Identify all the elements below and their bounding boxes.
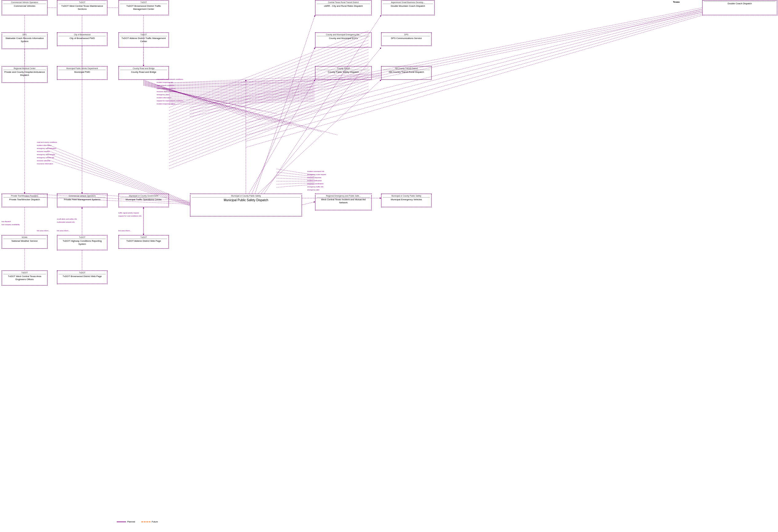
label-emergency-vehicle: emergency vehicle info: [37, 157, 54, 159]
node-txdot-west-central: TxDOT TxDOT West Central Texas Maintenan…: [57, 0, 107, 15]
node-commercial-vehicle-mid: Commercial Vehicle Operators Private Fle…: [57, 193, 107, 207]
label-incident-command: incident command info: [307, 170, 324, 172]
node-municipal-pwd: Municipal Public Works Department Munici…: [57, 66, 107, 80]
label-traffic-signal: traffic signal priority request: [118, 212, 139, 214]
label-emergency-data: emergency data transfer: [37, 154, 55, 156]
legend: Planned Future: [117, 521, 158, 523]
svg-line-8: [144, 80, 246, 117]
label-recall-alerts: recall alerts and safety info: [57, 218, 77, 220]
label-link-tow: link area inform...: [37, 230, 50, 232]
node-txdot-highway-conditions: TxDOT TxDOT Highway Conditions Reporting…: [57, 235, 107, 250]
label-incident-notification: incident notification: [307, 180, 322, 182]
svg-line-17: [144, 85, 277, 114]
legend-future: Future: [141, 521, 158, 523]
node-municipal-county-gov: Municipal or County Government Municipal…: [118, 193, 169, 207]
label-resource-req: resource request: [37, 151, 50, 152]
node-txdot-brownwood-traffic: TxDOT TxDOT Brownwood District Traffic M…: [118, 0, 169, 15]
svg-line-73: [302, 202, 315, 205]
svg-line-11: [144, 82, 292, 126]
node-dps-communications: DPS DPS Communications Service: [381, 32, 432, 46]
svg-line-50: [169, 74, 369, 151]
label-incident-info-left: incident information: [37, 144, 52, 146]
node-private-tow: Private Tow/Wrecker Providers Private To…: [2, 193, 48, 207]
svg-line-76: [249, 80, 315, 193]
svg-line-42: [169, 49, 369, 126]
label-road-conditions-left: road and county conditions: [37, 141, 57, 143]
label-incident-response-status: incident response status: [157, 103, 175, 105]
svg-line-58: [190, 9, 702, 110]
node-aspenmont: Aspenmont Small Business Develop... Doub…: [381, 0, 435, 15]
label-traffic-network: traffic network conditions: [157, 88, 175, 89]
svg-line-27: [169, 94, 315, 97]
label-multimodal: multimodal network info: [57, 221, 75, 223]
node-txdot-abilene-traffic: TxDOT TxDOT Abilene District Traffic Man…: [118, 32, 169, 48]
svg-line-13: [144, 83, 323, 132]
svg-line-55: [169, 89, 369, 166]
svg-line-57: [190, 8, 702, 107]
svg-line-49: [169, 71, 369, 148]
node-txdot-west-central-area: TxDOT TxDOT West Central Texas Area Engi…: [2, 270, 48, 286]
legend-future-line: [141, 522, 151, 522]
svg-line-83: [246, 11, 702, 129]
label-incident-response: incident response info: [157, 81, 173, 83]
svg-line-90: [277, 178, 315, 180]
node-regional-emergency: Regional Emergency and Public Safe... We…: [315, 193, 372, 210]
label-resource-advisory: resource advisory: [37, 160, 50, 162]
node-county-sheriff: County Sheriff County Public Safety Disp…: [315, 66, 372, 80]
label-insurance-info: insurance information: [37, 163, 53, 165]
node-noaa: NOAA National Weather Service: [2, 235, 48, 249]
svg-line-60: [190, 12, 702, 117]
node-city-brownwood-pwd: City of Brownwood City of Brownwood PWD: [57, 32, 107, 46]
svg-line-82: [246, 9, 702, 123]
label-resource-response: resource response: [307, 177, 321, 178]
svg-line-56: [169, 92, 369, 169]
node-ctrr: Central Texas Rural Transit District cAR…: [315, 0, 372, 15]
svg-line-15: [144, 84, 246, 107]
svg-line-43: [169, 52, 369, 129]
svg-line-86: [246, 15, 702, 148]
label-tow-dispatch: tow dispatch: [2, 220, 11, 223]
svg-line-77: [252, 48, 315, 193]
node-county-municipal-eoc: County and Municipal Emergency Ma... Cou…: [315, 32, 372, 48]
svg-line-59: [190, 11, 702, 114]
legend-planned: Planned: [117, 521, 135, 523]
node-commercial-vehicles: Commercial Vehicle Operators Commercial …: [2, 0, 48, 15]
svg-line-51: [169, 77, 369, 154]
label-resource-deployment: resource deployment status: [157, 91, 178, 92]
legend-planned-line: [117, 522, 126, 522]
svg-line-40: [169, 43, 369, 120]
node-county-road-bridge: County Road and Bridge County Road and B…: [118, 66, 169, 80]
label-link-hw: link area inform...: [57, 230, 70, 232]
node-hill-country-transit: Hill County Transit District Hill Countr…: [381, 66, 432, 80]
label-request-rural: request for rural conditions info: [118, 215, 142, 217]
svg-line-93: [277, 184, 315, 187]
label-request-road2: request for road network conditions: [157, 100, 183, 102]
svg-line-52: [169, 80, 369, 157]
svg-line-26: [169, 92, 315, 95]
node-txdot-abilene-web: TxDOT TxDOT Abilene District Web Page: [118, 235, 169, 249]
svg-line-85: [246, 14, 702, 141]
svg-line-41: [169, 46, 369, 123]
svg-line-16: [144, 85, 261, 110]
svg-line-53: [169, 83, 369, 160]
svg-line-29: [169, 97, 315, 100]
svg-line-84: [246, 12, 702, 135]
svg-line-28: [169, 95, 315, 98]
legend-future-label: Future: [152, 521, 158, 523]
svg-line-14: [144, 84, 338, 135]
label-emergency-alert: emergency alert: [307, 189, 319, 191]
node-txdot-brownwood-web: TxDOT TxDOT Brownwood District Web Page: [57, 270, 107, 284]
label-emergency-plans: emergency plans: [157, 94, 170, 96]
node-dps-crash: DPS Statewide Crash Records Information …: [2, 32, 48, 49]
node-double-coach: Double Coach Dispatch: [702, 0, 777, 15]
label-road-network: road network conditions: [157, 84, 174, 86]
svg-line-9: [144, 81, 261, 120]
page-title: Texas: [673, 1, 680, 3]
svg-line-88: [277, 172, 315, 177]
label-tow-company: tow company availability: [2, 224, 20, 226]
svg-line-32: [169, 101, 315, 104]
svg-line-78: [255, 15, 315, 193]
label-link-abilene: link area inform...: [118, 230, 131, 232]
node-regional-medical: Regional Medical Center Private and Coun…: [2, 66, 48, 83]
svg-line-21: [169, 84, 315, 88]
